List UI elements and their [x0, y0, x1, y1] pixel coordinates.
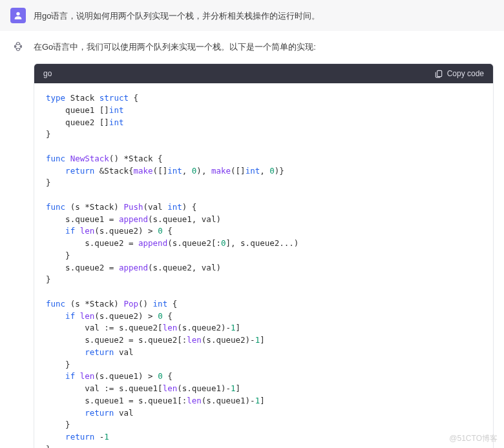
watermark: @51CTO博客: [449, 433, 498, 444]
svg-point-0: [16, 12, 19, 15]
code-content[interactable]: type Stack struct { queue1 []int queue2 …: [34, 83, 493, 448]
clipboard-icon: [434, 69, 443, 78]
assistant-avatar: [10, 39, 26, 54]
assistant-message-row: 在Go语言中，我们可以使用两个队列来实现一个栈。以下是一个简单的实现: go C…: [0, 31, 504, 448]
user-avatar: [10, 8, 26, 23]
assistant-message-text: 在Go语言中，我们可以使用两个队列来实现一个栈。以下是一个简单的实现:: [34, 39, 494, 54]
copy-code-button[interactable]: Copy code: [434, 69, 484, 78]
copy-code-label: Copy code: [447, 69, 484, 78]
assistant-body: 在Go语言中，我们可以使用两个队列来实现一个栈。以下是一个简单的实现: go C…: [34, 39, 494, 448]
openai-icon: [13, 41, 23, 52]
user-message-row: 用go语言，说明如何用两个队列实现一个栈，并分析相关栈操作的运行时间。: [0, 0, 504, 31]
code-lang-label: go: [43, 69, 52, 78]
user-message-text: 用go语言，说明如何用两个队列实现一个栈，并分析相关栈操作的运行时间。: [34, 8, 320, 23]
code-header: go Copy code: [34, 64, 493, 83]
svg-rect-1: [437, 71, 441, 77]
person-icon: [13, 10, 23, 21]
code-block: go Copy code type Stack struct { queue1 …: [34, 63, 494, 448]
